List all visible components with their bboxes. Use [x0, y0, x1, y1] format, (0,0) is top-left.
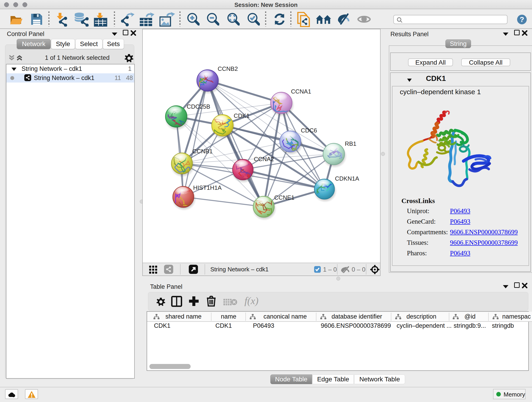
svg-text:CCNB1: CCNB1	[192, 148, 213, 155]
svg-text:CCNB2: CCNB2	[218, 65, 238, 72]
svg-text:RB1: RB1	[345, 140, 356, 147]
svg-text:CDK1: CDK1	[234, 112, 249, 119]
svg-text:CDC25B: CDC25B	[187, 103, 210, 110]
svg-text:CDKN1A: CDKN1A	[335, 175, 359, 182]
svg-text:HIST1H1A: HIST1H1A	[193, 184, 222, 191]
svg-text:CDC6: CDC6	[301, 127, 317, 134]
svg-text:CCNA2: CCNA2	[254, 156, 274, 162]
svg-text:CCNE1: CCNE1	[274, 194, 294, 201]
svg-text:CCNA1: CCNA1	[291, 88, 311, 95]
